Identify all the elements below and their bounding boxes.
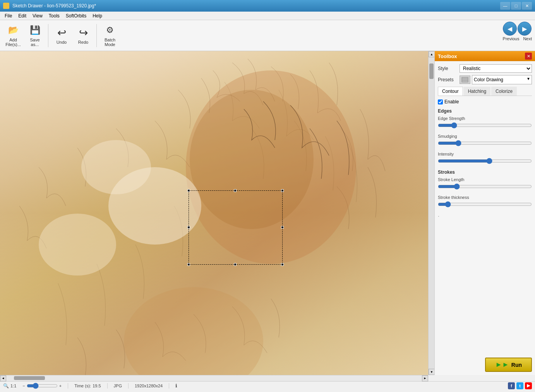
dimensions-value: 1920x1280x24	[135, 383, 163, 388]
add-file-icon: 📂	[7, 24, 19, 36]
redo-label: Redo	[78, 40, 88, 45]
stroke-thickness-group: Stroke thickness	[438, 195, 532, 209]
status-sep-1	[68, 383, 68, 389]
stroke-thickness-slider[interactable]	[438, 201, 532, 208]
tab-contour[interactable]: Contour	[438, 87, 463, 96]
intensity-group: Intensity	[438, 152, 532, 166]
stroke-length-label: Stroke Length	[438, 177, 532, 182]
stroke-length-group: Stroke Length	[438, 177, 532, 191]
menu-bar: File Edit View Tools SoftOrbits Help	[0, 12, 535, 20]
undo-button[interactable]: ↩ Undo	[51, 23, 72, 48]
close-button[interactable]: ✕	[522, 2, 532, 10]
zoom-plus[interactable]: +	[59, 383, 62, 388]
menu-tools[interactable]: Tools	[46, 12, 63, 19]
zoom-slider-item: − +	[22, 383, 62, 388]
status-sep-2	[107, 383, 108, 389]
undo-icon: ↩	[55, 26, 68, 39]
menu-edit[interactable]: Edit	[15, 12, 29, 19]
youtube-icon[interactable]: ▶	[525, 382, 532, 389]
title-bar-left: Sketch Drawer - lion-5799523_1920.jpg*	[3, 3, 96, 9]
scroll-h-track[interactable]	[6, 375, 422, 381]
redo-icon: ↪	[77, 26, 89, 39]
canvas-background	[0, 51, 428, 375]
edge-strength-group: Edge Strength	[438, 116, 532, 130]
presets-row: Presets Color Drawing Hatching	[438, 75, 532, 84]
save-as-icon: 💾	[29, 24, 41, 36]
status-sep-4	[169, 383, 169, 389]
style-row: Style Realistic	[438, 64, 532, 73]
window-title: Sketch Drawer - lion-5799523_1920.jpg*	[12, 3, 96, 9]
batch-mode-button[interactable]: ⚙ Batch Mode	[100, 23, 120, 48]
presets-label: Presets	[438, 77, 457, 82]
scroll-up-button[interactable]: ▲	[429, 51, 435, 57]
nav-area: ◀ ▶ Previous Next	[503, 22, 532, 41]
vertical-scrollbar[interactable]: ▲ ▼	[428, 51, 434, 375]
status-sep-3	[128, 383, 129, 389]
scroll-right-button[interactable]: ►	[422, 375, 428, 382]
edge-strength-slider[interactable]	[438, 122, 532, 129]
menu-help[interactable]: Help	[89, 12, 105, 19]
twitter-icon[interactable]: t	[516, 382, 523, 389]
social-icons: f t ▶	[508, 382, 532, 389]
toolbox-close-button[interactable]: ✕	[525, 53, 532, 60]
scroll-left-button[interactable]: ◄	[0, 375, 6, 382]
menu-file[interactable]: File	[2, 12, 15, 19]
format-value: JPG	[114, 383, 122, 388]
title-bar: Sketch Drawer - lion-5799523_1920.jpg* —…	[0, 0, 535, 12]
toolbar: 📂 Add File(s)... 💾 Save as... ↩ Undo ↪ R…	[0, 20, 535, 51]
zoom-minus[interactable]: −	[22, 383, 25, 388]
scroll-h-thumb[interactable]	[14, 376, 45, 380]
next-button[interactable]: ▶	[518, 22, 532, 36]
facebook-icon[interactable]: f	[508, 382, 515, 389]
toolbar-sep-1	[48, 24, 48, 47]
edges-section-header: Edges	[438, 108, 532, 114]
stroke-thickness-label: Stroke thickness	[438, 195, 532, 200]
canvas-area[interactable]	[0, 51, 428, 375]
enable-checkbox[interactable]	[438, 99, 443, 104]
time-item: Time (s): 19.5	[74, 383, 101, 388]
smudging-label: Smudging	[438, 134, 532, 139]
nav-arrows: ◀ ▶	[503, 22, 532, 36]
redo-button[interactable]: ↪ Redo	[73, 23, 93, 48]
toolbox-header: Toolbox ✕	[435, 51, 535, 61]
preset-icon[interactable]	[460, 75, 470, 84]
zoom-range-slider[interactable]	[27, 383, 58, 388]
prev-label: Previous	[503, 36, 520, 41]
stroke-length-slider[interactable]	[438, 183, 532, 190]
zoom-value: 1:1	[10, 383, 16, 388]
add-file-label: Add File(s)...	[5, 38, 21, 47]
enable-label: Enable	[444, 99, 459, 104]
add-file-button[interactable]: 📂 Add File(s)...	[3, 23, 23, 48]
horizontal-scrollbar[interactable]: ◄ ►	[0, 375, 428, 381]
format-item: JPG	[114, 383, 122, 388]
main-content: ▲ ▼ Toolbox ✕ Style Realistic Presets	[0, 51, 535, 375]
window-controls[interactable]: — □ ✕	[500, 2, 532, 10]
toolbar-sep-2	[96, 24, 97, 47]
menu-softorbits[interactable]: SoftOrbits	[63, 12, 89, 19]
tab-colorize[interactable]: Colorize	[491, 87, 517, 96]
app-icon	[3, 3, 9, 9]
minimize-button[interactable]: —	[500, 2, 510, 10]
run-button-label: Run	[511, 362, 522, 368]
scroll-thumb-v[interactable]	[429, 63, 434, 79]
maximize-button[interactable]: □	[511, 2, 521, 10]
save-as-button[interactable]: 💾 Save as...	[25, 23, 45, 48]
tab-hatching[interactable]: Hatching	[464, 87, 490, 96]
intensity-label: Intensity	[438, 152, 532, 156]
batch-mode-icon: ⚙	[104, 24, 116, 36]
smudging-slider[interactable]	[438, 140, 532, 147]
run-button[interactable]: ►► Run	[485, 358, 532, 372]
info-icon[interactable]: ℹ	[175, 383, 177, 389]
scroll-down-button[interactable]: ▼	[429, 369, 435, 375]
menu-view[interactable]: View	[29, 12, 46, 19]
prev-button[interactable]: ◀	[503, 22, 517, 36]
style-select[interactable]: Realistic	[460, 64, 532, 73]
edge-strength-label: Edge Strength	[438, 116, 532, 121]
svg-point-7	[81, 140, 151, 194]
preset-select[interactable]: Color Drawing Hatching	[472, 75, 532, 84]
zoom-icon: 🔍	[3, 383, 9, 389]
dimensions-item: 1920x1280x24	[135, 383, 163, 388]
zoom-item: 🔍 1:1	[3, 383, 16, 389]
intensity-slider[interactable]	[438, 157, 532, 164]
time-label: Time (s):	[74, 383, 91, 388]
